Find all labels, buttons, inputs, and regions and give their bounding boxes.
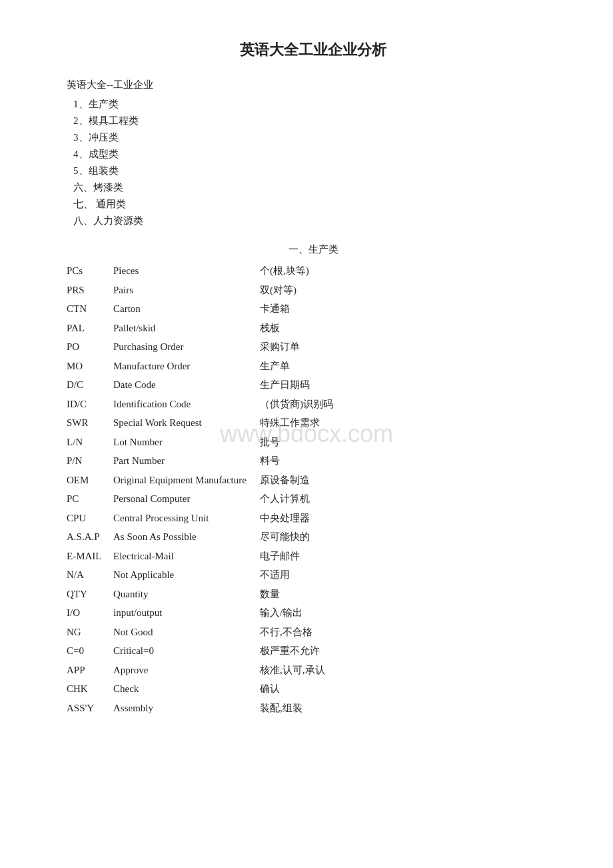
abbr-english: Pieces [113, 263, 260, 280]
abbr-english: input/output [113, 605, 260, 622]
toc-item: 1、生产类 [67, 98, 560, 111]
abbr-chinese: 个人计算机 [260, 491, 310, 508]
abbr-english: Manufacture Order [113, 358, 260, 375]
abbr-chinese: 生产日期码 [260, 377, 310, 394]
abbr-row: SWRSpecial Work Request特殊工作需求 [67, 415, 560, 432]
abbr-chinese: 确认 [260, 681, 280, 698]
abbr-code: ID/C [67, 396, 113, 413]
abbr-english: Pallet/skid [113, 320, 260, 337]
abbr-code: PAL [67, 320, 113, 337]
abbr-code: MO [67, 358, 113, 375]
abbr-row: APPApprove核准,认可,承认 [67, 662, 560, 679]
abbr-code: PC [67, 491, 113, 508]
abbr-code: PRS [67, 282, 113, 299]
abbr-chinese: 电子邮件 [260, 548, 300, 565]
abbr-chinese: 中央处理器 [260, 510, 310, 527]
abbr-chinese: 卡通箱 [260, 301, 290, 318]
abbr-code: OEM [67, 472, 113, 489]
abbr-row: ASS'YAssembly装配,组装 [67, 700, 560, 717]
abbr-chinese: 栈板 [260, 320, 280, 337]
toc-item: 八、人力资源类 [67, 215, 560, 227]
abbr-chinese: 批号 [260, 434, 280, 451]
abbr-chinese: 原设备制造 [260, 472, 310, 489]
abbr-english: Carton [113, 301, 260, 318]
abbr-code: CPU [67, 510, 113, 527]
abbr-list: PCsPieces个(根,块等)PRSPairs双(对等)CTNCarton卡通… [67, 263, 560, 717]
toc-item: 六、烤漆类 [67, 181, 560, 194]
abbr-row: CPUCentral Processing Unit中央处理器 [67, 510, 560, 527]
abbr-code: PO [67, 339, 113, 356]
toc-header: 英语大全--工业企业 [67, 79, 560, 91]
abbr-code: NG [67, 624, 113, 641]
abbr-english: Purchasing Order [113, 339, 260, 356]
abbr-code: A.S.A.P [67, 529, 113, 546]
abbr-code: D/C [67, 377, 113, 394]
abbr-chinese: 采购订单 [260, 339, 300, 356]
abbr-row: MOManufacture Order生产单 [67, 358, 560, 375]
abbr-english: Central Processing Unit [113, 510, 260, 527]
abbr-row: D/CDate Code生产日期码 [67, 377, 560, 394]
abbr-chinese: 特殊工作需求 [260, 415, 320, 432]
abbr-row: P/NPart Number料号 [67, 453, 560, 470]
abbr-row: C=0Critical=0极严重不允许 [67, 643, 560, 660]
abbr-row: PALPallet/skid栈板 [67, 320, 560, 337]
abbr-english: Approve [113, 662, 260, 679]
abbr-code: P/N [67, 453, 113, 470]
abbr-english: Identification Code [113, 396, 260, 413]
abbr-code: CHK [67, 681, 113, 698]
abbr-chinese: 核准,认可,承认 [260, 662, 325, 679]
abbr-chinese: 双(对等) [260, 282, 297, 299]
abbr-english: Assembly [113, 700, 260, 717]
abbr-row: PCPersonal Computer个人计算机 [67, 491, 560, 508]
abbr-chinese: （供货商)识别码 [260, 396, 333, 413]
toc-item: 2、模具工程类 [67, 115, 560, 127]
abbr-code: QTY [67, 586, 113, 603]
toc-item: 七、 通用类 [67, 198, 560, 211]
toc-list: 1、生产类2、模具工程类3、冲压类4、成型类5、组装类六、烤漆类七、 通用类八、… [67, 98, 560, 227]
abbr-english: Part Number [113, 453, 260, 470]
abbr-chinese: 尽可能快的 [260, 529, 310, 546]
section1-header: 一、生产类 [67, 243, 560, 256]
abbr-row: N/ANot Applicable不适用 [67, 567, 560, 584]
abbr-row: E-MAILElectrical-Mail电子邮件 [67, 548, 560, 565]
abbr-chinese: 极严重不允许 [260, 643, 320, 660]
abbr-english: Quantity [113, 586, 260, 603]
toc-section: 英语大全--工业企业 1、生产类2、模具工程类3、冲压类4、成型类5、组装类六、… [67, 79, 560, 227]
abbr-english: Date Code [113, 377, 260, 394]
abbr-chinese: 不适用 [260, 567, 290, 584]
abbr-english: Not Good [113, 624, 260, 641]
abbr-english: Critical=0 [113, 643, 260, 660]
abbr-english: Original Equipment Manufacture [113, 472, 260, 489]
abbr-chinese: 输入/输出 [260, 605, 303, 622]
abbr-row: OEMOriginal Equipment Manufacture原设备制造 [67, 472, 560, 489]
abbr-row: CTNCarton卡通箱 [67, 301, 560, 318]
toc-item: 4、成型类 [67, 148, 560, 161]
abbr-row: I/Oinput/output输入/输出 [67, 605, 560, 622]
abbr-row: ID/CIdentification Code（供货商)识别码 [67, 396, 560, 413]
toc-item: 3、冲压类 [67, 131, 560, 144]
abbr-chinese: 数量 [260, 586, 280, 603]
abbr-row: POPurchasing Order采购订单 [67, 339, 560, 356]
abbr-english: As Soon As Possible [113, 529, 260, 546]
abbr-code: PCs [67, 263, 113, 280]
abbr-chinese: 料号 [260, 453, 280, 470]
abbr-chinese: 不行,不合格 [260, 624, 312, 641]
abbr-english: Electrical-Mail [113, 548, 260, 565]
abbr-english: Lot Number [113, 434, 260, 451]
abbr-row: QTYQuantity数量 [67, 586, 560, 603]
page-title: 英语大全工业企业分析 [67, 40, 560, 60]
abbr-english: Check [113, 681, 260, 698]
abbr-code: I/O [67, 605, 113, 622]
abbr-code: ASS'Y [67, 700, 113, 717]
abbr-chinese: 个(根,块等) [260, 263, 309, 280]
abbr-chinese: 装配,组装 [260, 700, 303, 717]
abbr-row: PRSPairs双(对等) [67, 282, 560, 299]
abbr-code: C=0 [67, 643, 113, 660]
abbr-row: CHKCheck确认 [67, 681, 560, 698]
abbr-code: SWR [67, 415, 113, 432]
abbr-english: Special Work Request [113, 415, 260, 432]
abbr-code: N/A [67, 567, 113, 584]
abbr-code: APP [67, 662, 113, 679]
abbr-english: Personal Computer [113, 491, 260, 508]
abbr-row: NGNot Good不行,不合格 [67, 624, 560, 641]
